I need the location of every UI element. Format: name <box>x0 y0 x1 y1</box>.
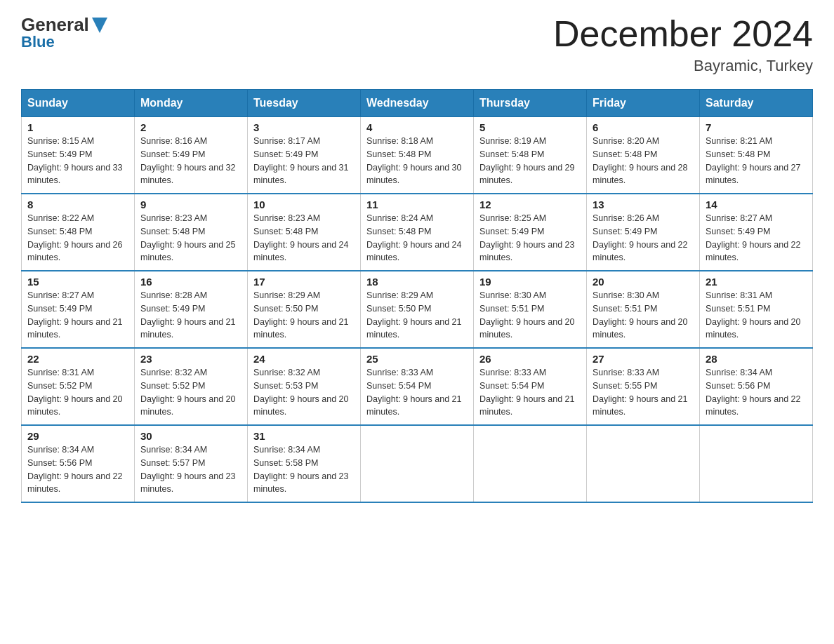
daylight-label: Daylight: 9 hours and 30 minutes. <box>366 163 462 186</box>
calendar-week-1: 1 Sunrise: 8:15 AM Sunset: 5:49 PM Dayli… <box>22 117 813 194</box>
day-info: Sunrise: 8:30 AM Sunset: 5:51 PM Dayligh… <box>593 289 694 342</box>
day-info: Sunrise: 8:27 AM Sunset: 5:49 PM Dayligh… <box>706 212 807 264</box>
table-row: 26 Sunrise: 8:33 AM Sunset: 5:54 PM Dayl… <box>474 348 587 425</box>
sunset-label: Sunset: 5:52 PM <box>27 381 92 391</box>
day-number: 28 <box>706 353 807 365</box>
sunset-label: Sunset: 5:58 PM <box>253 458 318 468</box>
daylight-label: Daylight: 9 hours and 29 minutes. <box>479 163 575 186</box>
day-info: Sunrise: 8:34 AM Sunset: 5:57 PM Dayligh… <box>140 443 241 496</box>
sunrise-label: Sunrise: 8:34 AM <box>706 368 772 377</box>
daylight-label: Daylight: 9 hours and 21 minutes. <box>140 317 236 340</box>
day-number: 11 <box>366 199 468 210</box>
daylight-label: Daylight: 9 hours and 23 minutes. <box>253 471 349 495</box>
daylight-label: Daylight: 9 hours and 22 minutes. <box>593 240 688 263</box>
day-info: Sunrise: 8:27 AM Sunset: 5:49 PM Dayligh… <box>27 289 128 342</box>
daylight-label: Daylight: 9 hours and 21 minutes. <box>593 394 688 417</box>
table-row: 20 Sunrise: 8:30 AM Sunset: 5:51 PM Dayl… <box>587 271 700 348</box>
sunset-label: Sunset: 5:48 PM <box>366 149 431 159</box>
sunset-label: Sunset: 5:48 PM <box>593 149 657 159</box>
table-row: 5 Sunrise: 8:19 AM Sunset: 5:48 PM Dayli… <box>474 117 587 194</box>
table-row: 14 Sunrise: 8:27 AM Sunset: 5:49 PM Dayl… <box>700 194 813 271</box>
calendar-week-3: 15 Sunrise: 8:27 AM Sunset: 5:49 PM Dayl… <box>22 271 813 348</box>
day-number: 27 <box>593 353 694 365</box>
sunrise-label: Sunrise: 8:29 AM <box>366 290 433 300</box>
col-monday: Monday <box>135 90 248 117</box>
sunrise-label: Sunrise: 8:33 AM <box>366 368 433 377</box>
col-thursday: Thursday <box>474 90 587 117</box>
sunset-label: Sunset: 5:55 PM <box>593 381 657 391</box>
sunset-label: Sunset: 5:49 PM <box>140 149 205 159</box>
day-number: 14 <box>706 199 807 210</box>
day-number: 1 <box>27 121 128 133</box>
day-number: 25 <box>366 353 468 365</box>
sunset-label: Sunset: 5:56 PM <box>27 458 92 468</box>
sunrise-label: Sunrise: 8:23 AM <box>140 213 207 223</box>
table-row: 7 Sunrise: 8:21 AM Sunset: 5:48 PM Dayli… <box>700 117 813 194</box>
day-info: Sunrise: 8:32 AM Sunset: 5:52 PM Dayligh… <box>140 366 241 419</box>
daylight-label: Daylight: 9 hours and 26 minutes. <box>27 240 123 263</box>
table-row: 8 Sunrise: 8:22 AM Sunset: 5:48 PM Dayli… <box>22 194 135 271</box>
col-sunday: Sunday <box>22 90 135 117</box>
col-saturday: Saturday <box>700 90 813 117</box>
sunrise-label: Sunrise: 8:33 AM <box>593 368 659 377</box>
sunset-label: Sunset: 5:49 PM <box>27 304 92 314</box>
table-row: 6 Sunrise: 8:20 AM Sunset: 5:48 PM Dayli… <box>587 117 700 194</box>
day-info: Sunrise: 8:29 AM Sunset: 5:50 PM Dayligh… <box>253 289 355 342</box>
table-row: 30 Sunrise: 8:34 AM Sunset: 5:57 PM Dayl… <box>135 425 248 502</box>
table-row: 12 Sunrise: 8:25 AM Sunset: 5:49 PM Dayl… <box>474 194 587 271</box>
page-title: December 2024 <box>553 14 813 54</box>
daylight-label: Daylight: 9 hours and 24 minutes. <box>253 240 349 263</box>
day-number: 31 <box>253 430 355 442</box>
sunrise-label: Sunrise: 8:30 AM <box>479 290 546 300</box>
day-number: 22 <box>27 353 128 365</box>
day-number: 10 <box>253 199 355 210</box>
title-block: December 2024 Bayramic, Turkey <box>553 14 813 75</box>
sunset-label: Sunset: 5:50 PM <box>366 304 431 314</box>
daylight-label: Daylight: 9 hours and 21 minutes. <box>27 317 123 340</box>
table-row <box>361 425 474 502</box>
day-info: Sunrise: 8:24 AM Sunset: 5:48 PM Dayligh… <box>366 212 468 264</box>
daylight-label: Daylight: 9 hours and 28 minutes. <box>593 163 688 186</box>
page-header: General Blue December 2024 Bayramic, Tur… <box>21 14 813 75</box>
col-wednesday: Wednesday <box>361 90 474 117</box>
sunrise-label: Sunrise: 8:28 AM <box>140 290 207 300</box>
calendar-week-2: 8 Sunrise: 8:22 AM Sunset: 5:48 PM Dayli… <box>22 194 813 271</box>
sunrise-label: Sunrise: 8:33 AM <box>479 368 546 377</box>
day-number: 30 <box>140 430 241 442</box>
calendar-week-4: 22 Sunrise: 8:31 AM Sunset: 5:52 PM Dayl… <box>22 348 813 425</box>
table-row: 13 Sunrise: 8:26 AM Sunset: 5:49 PM Dayl… <box>587 194 700 271</box>
day-info: Sunrise: 8:23 AM Sunset: 5:48 PM Dayligh… <box>253 212 355 264</box>
sunrise-label: Sunrise: 8:34 AM <box>140 445 207 455</box>
daylight-label: Daylight: 9 hours and 20 minutes. <box>593 317 688 340</box>
day-info: Sunrise: 8:33 AM Sunset: 5:54 PM Dayligh… <box>366 366 468 419</box>
day-number: 29 <box>27 430 128 442</box>
table-row: 18 Sunrise: 8:29 AM Sunset: 5:50 PM Dayl… <box>361 271 474 348</box>
day-info: Sunrise: 8:22 AM Sunset: 5:48 PM Dayligh… <box>27 212 128 264</box>
day-number: 3 <box>253 121 355 133</box>
sunrise-label: Sunrise: 8:24 AM <box>366 213 433 223</box>
table-row: 28 Sunrise: 8:34 AM Sunset: 5:56 PM Dayl… <box>700 348 813 425</box>
calendar-header-row: Sunday Monday Tuesday Wednesday Thursday… <box>22 90 813 117</box>
daylight-label: Daylight: 9 hours and 27 minutes. <box>706 163 801 186</box>
day-info: Sunrise: 8:34 AM Sunset: 5:56 PM Dayligh… <box>27 443 128 496</box>
table-row <box>587 425 700 502</box>
day-info: Sunrise: 8:16 AM Sunset: 5:49 PM Dayligh… <box>140 135 241 187</box>
day-number: 13 <box>593 199 694 210</box>
day-info: Sunrise: 8:33 AM Sunset: 5:54 PM Dayligh… <box>479 366 581 419</box>
sunrise-label: Sunrise: 8:26 AM <box>593 213 659 223</box>
day-number: 6 <box>593 121 694 133</box>
sunrise-label: Sunrise: 8:30 AM <box>593 290 659 300</box>
sunset-label: Sunset: 5:50 PM <box>253 304 318 314</box>
day-number: 2 <box>140 121 241 133</box>
table-row: 24 Sunrise: 8:32 AM Sunset: 5:53 PM Dayl… <box>248 348 361 425</box>
table-row: 1 Sunrise: 8:15 AM Sunset: 5:49 PM Dayli… <box>22 117 135 194</box>
day-number: 7 <box>706 121 807 133</box>
day-number: 9 <box>140 199 241 210</box>
col-friday: Friday <box>587 90 700 117</box>
sunrise-label: Sunrise: 8:32 AM <box>253 368 320 377</box>
sunset-label: Sunset: 5:49 PM <box>706 227 770 236</box>
sunset-label: Sunset: 5:48 PM <box>479 149 544 159</box>
sunset-label: Sunset: 5:51 PM <box>706 304 770 314</box>
sunrise-label: Sunrise: 8:23 AM <box>253 213 320 223</box>
sunrise-label: Sunrise: 8:31 AM <box>27 368 94 377</box>
